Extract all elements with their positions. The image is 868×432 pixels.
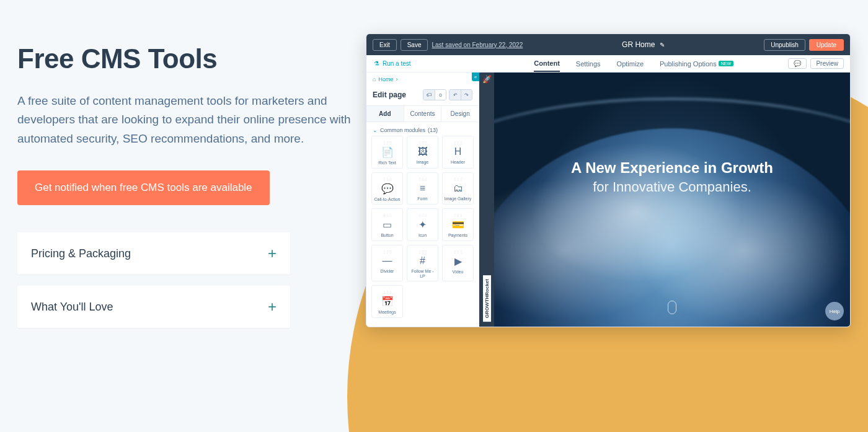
cta-button[interactable]: Get notified when free CMS tools are ava… <box>17 170 270 205</box>
module-icon: ✦ <box>418 219 427 231</box>
beaker-icon: ⚗ <box>374 60 379 67</box>
module-label: Image <box>417 160 428 165</box>
hero-heading: A New Experience in Growth <box>494 159 850 177</box>
accordion-love[interactable]: What You'll Love + <box>17 286 290 328</box>
page-title-label: GR Home <box>622 40 655 49</box>
redo-icon[interactable]: ↷ <box>461 90 472 100</box>
save-button[interactable]: Save <box>401 39 428 51</box>
marketing-copy: Free CMS Tools A free suite of content m… <box>17 43 352 339</box>
page-canvas[interactable]: A New Experience in Growth for Innovativ… <box>494 73 850 327</box>
module-icon: H <box>454 146 462 157</box>
comment-count[interactable]: 0 <box>435 90 446 100</box>
help-button[interactable]: Help <box>825 302 844 320</box>
accordion-title: What You'll Love <box>31 301 113 314</box>
page-description: A free suite of content management tools… <box>17 92 352 148</box>
module-icon: — <box>383 255 392 267</box>
module-follow-me-lp[interactable]: #Follow Me - LP <box>407 245 438 281</box>
module-call-to-action[interactable]: 💬Call-to-Action <box>371 172 403 205</box>
module-icon: 🗂 <box>453 183 463 194</box>
chevron-down-icon[interactable]: ⌄ <box>373 127 378 133</box>
module-icon: 📄 <box>381 146 394 158</box>
module-icon: 🖼 <box>418 146 428 157</box>
module-label: Meetings <box>378 310 396 315</box>
chevron-right-icon: › <box>396 76 397 82</box>
plus-icon: + <box>268 298 277 315</box>
accordion-pricing[interactable]: Pricing & Packaging + <box>17 232 290 275</box>
editor-topbar: Exit Save Last saved on February 22, 202… <box>366 34 850 55</box>
module-rich-text[interactable]: 📄Rich Text <box>371 136 403 169</box>
module-image-gallery[interactable]: 🗂Image Gallery <box>442 172 474 205</box>
undo-icon[interactable]: ↶ <box>450 90 461 100</box>
update-button[interactable]: Update <box>809 39 844 51</box>
sidebar-tab-add[interactable]: Add <box>366 106 404 121</box>
tab-content[interactable]: Content <box>534 55 560 72</box>
accordion-title: Pricing & Packaging <box>31 247 131 260</box>
scroll-mouse-icon <box>668 301 676 314</box>
modules-grid: 📄Rich Text🖼ImageHHeader💬Call-to-Action≡F… <box>366 136 479 323</box>
module-icon: 💬 <box>381 183 394 195</box>
module-icon: # <box>420 255 425 267</box>
collapse-icon[interactable]: « <box>472 73 479 81</box>
run-test-link[interactable]: Run a test <box>383 60 411 67</box>
module-form[interactable]: ≡Form <box>407 172 438 205</box>
tab-settings[interactable]: Settings <box>576 55 601 72</box>
module-icon: 💳 <box>452 219 464 231</box>
rocket-icon: 🚀 <box>482 75 492 84</box>
tag-icon[interactable]: 🏷 <box>423 90 435 100</box>
module-label: Form <box>417 196 427 201</box>
tab-optimize[interactable]: Optimize <box>617 55 644 72</box>
module-icon[interactable]: ✦Icon <box>407 208 438 241</box>
module-label: Call-to-Action <box>374 197 400 202</box>
module-video[interactable]: ▶Video <box>442 245 474 281</box>
chat-icon[interactable]: 💬 <box>788 58 807 69</box>
module-icon: 📅 <box>381 296 394 307</box>
module-icon: ▶ <box>454 255 462 267</box>
module-divider[interactable]: —Divider <box>371 245 403 281</box>
editor-sidebar: « ⌂ Home › Edit page 🏷 0 ↶ ↷ <box>366 73 479 327</box>
module-label: Image Gallery <box>445 196 472 201</box>
module-meetings[interactable]: 📅Meetings <box>371 285 403 318</box>
exit-button[interactable]: Exit <box>373 39 397 51</box>
module-label: Video <box>453 270 464 275</box>
page-heading: Free CMS Tools <box>17 43 352 74</box>
module-header[interactable]: HHeader <box>442 136 474 169</box>
pencil-icon[interactable]: ✎ <box>660 42 665 48</box>
module-image[interactable]: 🖼Image <box>407 136 438 169</box>
module-button[interactable]: ▭Button <box>371 208 403 241</box>
brand-text: GROWTHRocket <box>483 275 491 322</box>
section-count: (13) <box>428 127 438 133</box>
plus-icon: + <box>268 245 277 262</box>
module-label: Header <box>451 160 465 165</box>
module-payments[interactable]: 💳Payments <box>442 208 474 241</box>
module-icon: ▭ <box>383 219 392 231</box>
last-saved-link[interactable]: Last saved on February 22, 2022 <box>432 42 523 48</box>
module-label: Divider <box>381 269 394 274</box>
tab-publishing[interactable]: Publishing OptionsNEW <box>660 55 733 72</box>
cms-editor-screenshot: Exit Save Last saved on February 22, 202… <box>366 33 851 327</box>
new-badge: NEW <box>719 61 733 66</box>
module-label: Payments <box>448 233 467 238</box>
module-label: Button <box>381 233 393 238</box>
home-icon: ⌂ <box>373 76 376 82</box>
module-icon: ≡ <box>420 183 425 194</box>
module-label: Rich Text <box>378 161 396 165</box>
breadcrumb-home[interactable]: Home <box>378 76 393 82</box>
sidebar-tab-design[interactable]: Design <box>441 106 479 121</box>
preview-button[interactable]: Preview <box>810 58 844 69</box>
module-label: Follow Me - LP <box>409 269 436 278</box>
unpublish-button[interactable]: Unpublish <box>764 39 805 51</box>
section-label: Common modules <box>380 127 425 133</box>
sidebar-tab-contents[interactable]: Contents <box>404 106 441 121</box>
module-label: Icon <box>418 233 427 238</box>
hero-subheading: for Innovative Companies. <box>494 179 850 195</box>
canvas-brand-strip: 🚀 GROWTHRocket <box>479 73 494 327</box>
edit-page-title: Edit page <box>373 90 406 99</box>
editor-tabbar: ⚗ Run a test Content Settings Optimize P… <box>366 55 850 73</box>
